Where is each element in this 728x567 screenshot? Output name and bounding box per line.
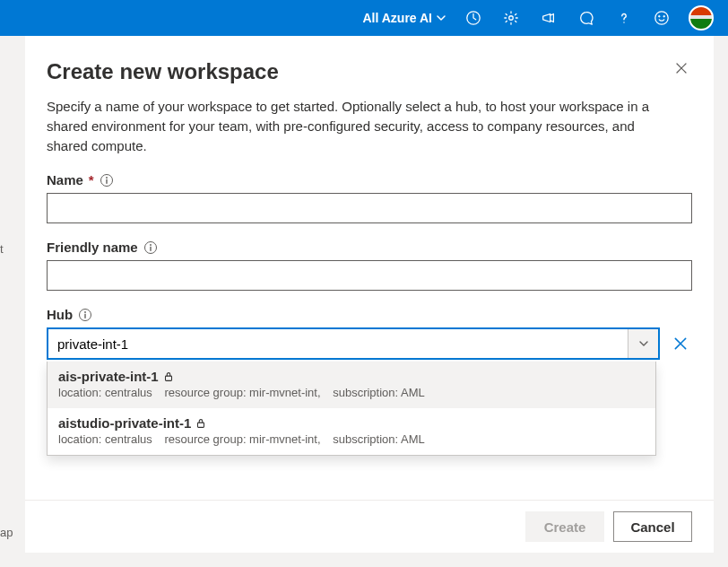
svg-rect-13 <box>84 313 85 318</box>
panel-title: Create new workspace <box>47 59 279 84</box>
svg-rect-10 <box>150 246 151 250</box>
svg-point-2 <box>655 12 668 24</box>
svg-point-1 <box>509 16 514 21</box>
friendly-name-label: Friendly name <box>47 240 138 255</box>
hub-input[interactable] <box>48 329 628 358</box>
close-icon <box>672 336 689 352</box>
friendly-name-field: Friendly name <box>47 240 692 291</box>
hub-option-meta: locationcentralus resource groupmir-mvne… <box>58 432 645 446</box>
hub-dropdown-toggle[interactable] <box>628 329 658 358</box>
svg-point-12 <box>84 311 86 313</box>
cancel-button[interactable]: Cancel <box>613 511 692 542</box>
announcements-icon[interactable] <box>538 0 559 36</box>
chevron-down-icon <box>638 338 649 349</box>
scope-switcher[interactable]: All Azure AI <box>362 11 446 25</box>
svg-rect-14 <box>165 376 171 380</box>
name-field: Name * <box>47 172 692 223</box>
close-icon <box>674 61 689 75</box>
background-fragment: t <box>0 242 13 256</box>
close-button[interactable] <box>671 57 692 82</box>
lock-icon <box>162 371 175 383</box>
hub-option-meta: locationcentralus resource groupmir-mvne… <box>58 386 645 399</box>
panel-footer: Create Cancel <box>25 500 714 553</box>
friendly-name-input[interactable] <box>47 260 692 291</box>
name-label: Name <box>47 172 83 188</box>
panel-description: Specify a name of your workspace to get … <box>47 97 674 156</box>
avatar[interactable] <box>689 5 714 31</box>
info-icon[interactable] <box>100 173 114 188</box>
lock-icon <box>195 417 207 430</box>
svg-rect-7 <box>106 179 107 183</box>
feedback-icon[interactable] <box>651 0 672 36</box>
svg-point-9 <box>150 244 152 246</box>
background-fragment: ap <box>0 526 13 539</box>
chat-icon[interactable] <box>576 0 597 36</box>
hub-dropdown-list: ais-private-int-1 locationcentralus reso… <box>47 362 656 456</box>
svg-rect-15 <box>198 423 204 427</box>
info-icon[interactable] <box>143 240 158 255</box>
scope-label: All Azure AI <box>362 11 432 25</box>
recent-icon[interactable] <box>463 0 484 36</box>
required-indicator: * <box>89 172 94 188</box>
chevron-down-icon <box>436 13 446 23</box>
svg-point-6 <box>106 177 108 179</box>
hub-option[interactable]: ais-private-int-1 locationcentralus reso… <box>48 362 655 408</box>
svg-point-4 <box>663 15 665 17</box>
create-workspace-panel: Create new workspace Specify a name of y… <box>25 36 714 553</box>
hub-option-name: ais-private-int-1 <box>58 369 159 384</box>
hub-label: Hub <box>47 307 73 322</box>
svg-point-3 <box>658 15 660 17</box>
hub-combobox[interactable]: ais-private-int-1 locationcentralus reso… <box>47 327 660 360</box>
help-icon[interactable] <box>613 0 635 36</box>
hub-field: Hub ais-private-int-1 <box>47 307 692 360</box>
name-input[interactable] <box>47 193 692 223</box>
settings-icon[interactable] <box>500 0 522 36</box>
create-button: Create <box>525 511 604 542</box>
hub-option[interactable]: aistudio-private-int-1 locationcentralus… <box>48 408 655 455</box>
hub-option-name: aistudio-private-int-1 <box>58 415 191 431</box>
clear-hub-button[interactable] <box>669 332 692 355</box>
top-bar: All Azure AI <box>0 0 728 36</box>
info-icon[interactable] <box>78 308 92 322</box>
